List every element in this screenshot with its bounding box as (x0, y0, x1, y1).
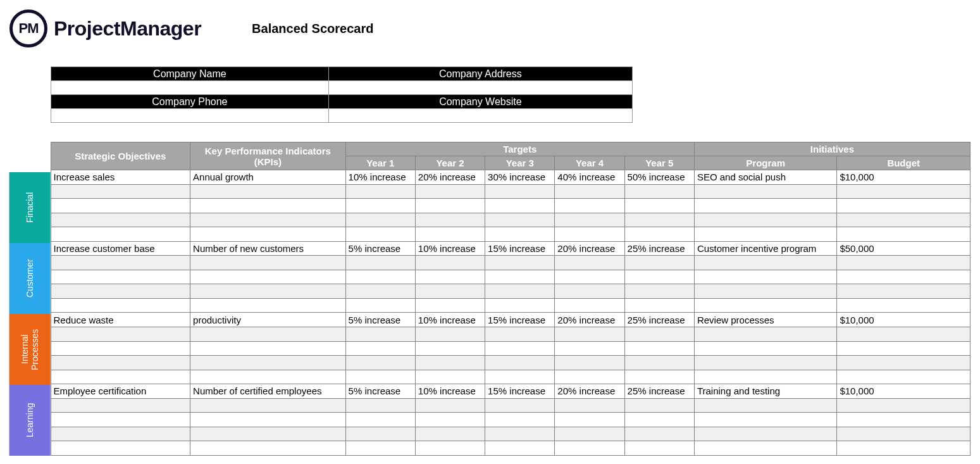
kpi-cell[interactable] (190, 327, 346, 342)
kpi-cell[interactable] (190, 370, 346, 384)
program-cell[interactable] (694, 284, 837, 299)
kpi-cell[interactable] (190, 284, 346, 299)
year3-cell[interactable] (485, 427, 555, 441)
year2-cell[interactable]: 10% increase (415, 241, 485, 256)
year2-cell[interactable] (415, 327, 485, 342)
objective-cell[interactable] (51, 184, 190, 199)
kpi-cell[interactable] (190, 398, 346, 413)
year1-cell[interactable]: 5% increase (345, 313, 415, 327)
year2-cell[interactable] (415, 227, 485, 242)
year2-cell[interactable] (415, 413, 485, 427)
budget-cell[interactable] (837, 284, 971, 299)
year3-cell[interactable]: 15% increase (485, 313, 555, 327)
objective-cell[interactable] (51, 370, 190, 384)
year2-cell[interactable] (415, 284, 485, 299)
year3-cell[interactable]: 15% increase (485, 384, 555, 399)
year1-cell[interactable] (345, 270, 415, 284)
objective-cell[interactable] (51, 356, 190, 370)
year4-cell[interactable]: 20% increase (555, 313, 624, 327)
program-cell[interactable] (694, 256, 837, 270)
year3-cell[interactable] (485, 413, 555, 427)
year5-cell[interactable] (624, 213, 694, 227)
year5-cell[interactable] (624, 356, 694, 370)
kpi-cell[interactable] (190, 413, 346, 427)
year1-cell[interactable] (345, 370, 415, 384)
budget-cell[interactable] (837, 427, 971, 441)
year5-cell[interactable] (624, 227, 694, 242)
budget-cell[interactable] (837, 341, 971, 356)
year2-cell[interactable] (415, 270, 485, 284)
year5-cell[interactable] (624, 298, 694, 313)
budget-cell[interactable] (837, 298, 971, 313)
budget-cell[interactable] (837, 184, 971, 199)
program-cell[interactable] (694, 327, 837, 342)
program-cell[interactable]: SEO and social push (694, 170, 837, 185)
objective-cell[interactable] (51, 270, 190, 284)
objective-cell[interactable] (51, 213, 190, 227)
program-cell[interactable]: Customer incentive program (694, 241, 837, 256)
year1-cell[interactable] (345, 341, 415, 356)
program-cell[interactable] (694, 356, 837, 370)
year2-cell[interactable] (415, 398, 485, 413)
year3-cell[interactable] (485, 298, 555, 313)
year3-cell[interactable] (485, 227, 555, 242)
year5-cell[interactable] (624, 413, 694, 427)
objective-cell[interactable] (51, 199, 190, 213)
year4-cell[interactable] (555, 213, 624, 227)
year1-cell[interactable] (345, 441, 415, 456)
year3-cell[interactable] (485, 370, 555, 384)
kpi-cell[interactable] (190, 256, 346, 270)
year1-cell[interactable] (345, 199, 415, 213)
year3-cell[interactable] (485, 356, 555, 370)
year3-cell[interactable] (485, 398, 555, 413)
year1-cell[interactable] (345, 184, 415, 199)
objective-cell[interactable]: Increase customer base (51, 241, 190, 256)
budget-cell[interactable] (837, 227, 971, 242)
program-cell[interactable] (694, 413, 837, 427)
year1-cell[interactable] (345, 284, 415, 299)
year1-cell[interactable] (345, 413, 415, 427)
kpi-cell[interactable] (190, 427, 346, 441)
kpi-cell[interactable] (190, 227, 346, 242)
program-cell[interactable] (694, 370, 837, 384)
objective-cell[interactable] (51, 441, 190, 456)
year2-cell[interactable] (415, 341, 485, 356)
year3-cell[interactable] (485, 270, 555, 284)
kpi-cell[interactable] (190, 441, 346, 456)
year4-cell[interactable] (555, 184, 624, 199)
year2-cell[interactable] (415, 184, 485, 199)
kpi-cell[interactable] (190, 213, 346, 227)
year3-cell[interactable] (485, 256, 555, 270)
objective-cell[interactable] (51, 227, 190, 242)
kpi-cell[interactable] (190, 199, 346, 213)
year3-cell[interactable] (485, 327, 555, 342)
year2-cell[interactable] (415, 427, 485, 441)
year4-cell[interactable] (555, 413, 624, 427)
year2-cell[interactable] (415, 370, 485, 384)
kpi-cell[interactable] (190, 298, 346, 313)
objective-cell[interactable]: Reduce waste (51, 313, 190, 327)
program-cell[interactable] (694, 213, 837, 227)
year2-cell[interactable] (415, 199, 485, 213)
year5-cell[interactable] (624, 199, 694, 213)
kpi-cell[interactable]: productivity (190, 313, 346, 327)
objective-cell[interactable] (51, 398, 190, 413)
year3-cell[interactable] (485, 213, 555, 227)
year5-cell[interactable] (624, 327, 694, 342)
kpi-cell[interactable] (190, 356, 346, 370)
objective-cell[interactable]: Employee certification (51, 384, 190, 399)
year4-cell[interactable] (555, 398, 624, 413)
budget-cell[interactable] (837, 199, 971, 213)
year4-cell[interactable]: 40% increase (555, 170, 624, 185)
year5-cell[interactable] (624, 184, 694, 199)
year4-cell[interactable] (555, 199, 624, 213)
year4-cell[interactable] (555, 256, 624, 270)
year5-cell[interactable] (624, 427, 694, 441)
objective-cell[interactable]: Increase sales (51, 170, 190, 185)
year1-cell[interactable] (345, 327, 415, 342)
objective-cell[interactable] (51, 413, 190, 427)
kpi-cell[interactable]: Number of certified employees (190, 384, 346, 399)
program-cell[interactable]: Review processes (694, 313, 837, 327)
year4-cell[interactable] (555, 270, 624, 284)
year5-cell[interactable]: 25% increase (624, 384, 694, 399)
